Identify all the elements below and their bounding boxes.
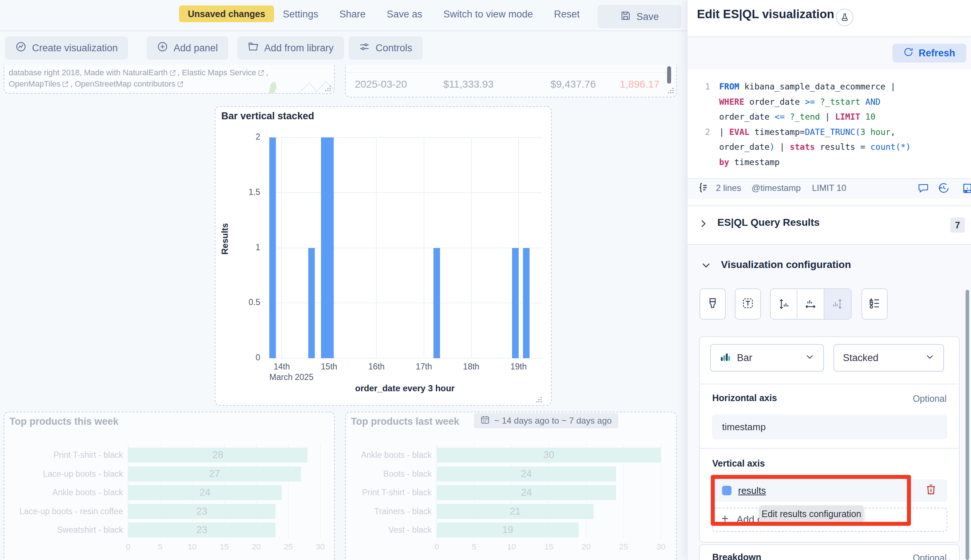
code-token: DATE_TRUNC [805,127,855,137]
map-attribution-link[interactable]: , Elastic Maps Service [177,68,256,77]
external-link-icon[interactable] [168,68,177,77]
add-from-library-button[interactable]: Add from library [237,37,344,60]
settings-button[interactable]: Settings [283,9,318,20]
code-token: >= [805,97,815,107]
viz-config-accordion[interactable]: Visualization configuration [721,259,851,270]
chart-type-select[interactable]: Bar [710,344,824,372]
bottom-axis-button[interactable] [797,289,824,319]
editor-code-line[interactable]: order_date <= ?_tend | LIMIT 10 [719,110,938,125]
kibana-dashboard-edit: { "colors": { "accent_blue": "#1b64dd", … [0,0,971,560]
edit-esql-flyout: Edit ES|QL visualization Refresh 12 FROM… [687,0,971,560]
map-attribution-link[interactable]: , OpenStreetMap contributors [70,79,175,88]
chevron-down-icon[interactable] [700,260,712,272]
code-token: LIMIT [835,112,861,122]
y-axis-title: Results [220,240,230,255]
add-panel-button[interactable]: Add panel [147,37,228,60]
bar-segment[interactable] [308,248,315,358]
vertical-axis-field-row[interactable]: results [712,479,948,502]
share-button[interactable]: Share [339,9,366,20]
trash-icon[interactable] [925,483,937,498]
text-box-icon [742,297,754,311]
controls-button[interactable]: Controls [349,37,423,60]
text-labels-button[interactable] [735,288,761,320]
plus-icon [720,513,730,526]
code-token: | [820,112,835,122]
esql-icon [697,182,709,195]
create-visualization-button[interactable]: Create visualization [5,37,128,60]
editor-code-line[interactable]: | EVAL timestamp=DATE_TRUNC(3 hour, [719,125,938,140]
series-color-swatch[interactable] [722,486,732,495]
editor-line-number [697,155,710,170]
horizontal-axis-label: Horizontal axis [712,393,777,403]
bar-segment[interactable] [433,248,440,358]
x-gridline [281,137,282,358]
code-token: results = [815,142,870,152]
tech-preview-beaker-icon[interactable] [836,9,854,26]
footer-divider [687,205,971,206]
code-token: order_date [744,97,805,107]
last-week-time-badge[interactable]: ~ 14 days ago to ~ 7 days ago [474,413,618,428]
save-button[interactable]: Save [598,5,681,28]
query-history-icon[interactable] [938,182,949,195]
editor-code[interactable]: FROM kibana_sample_data_ecommerce |WHERE… [719,79,938,170]
x-gridline [471,137,472,358]
chart-resize-handle[interactable] [536,397,542,404]
left-axis-button[interactable] [771,289,797,319]
switch-view-mode-button[interactable]: Switch to view mode [443,9,533,20]
plus-circle-icon [157,41,168,55]
top-week-title: Top products this week [10,416,119,427]
last-week-panel[interactable] [345,412,677,560]
bar-segment[interactable] [321,137,328,358]
editor-code-line[interactable]: by timestamp [719,155,938,170]
code-token: timestamp= [749,127,805,137]
x-tick-label: 16th [354,362,398,372]
editor-line-number [697,140,710,155]
flyout-scrollbar[interactable] [966,290,969,560]
editor-limit[interactable]: LIMIT 10 [812,183,846,193]
save-as-button[interactable]: Save as [387,9,423,20]
y-tick-label: 1.5 [237,187,260,197]
external-link-icon[interactable] [175,79,185,88]
map-attribution-link[interactable]: OpenMapTiles [9,79,60,88]
calendar-icon [480,415,490,427]
feedback-icon[interactable] [918,182,929,195]
code-token: <= [774,112,785,122]
legend-button[interactable] [861,288,887,320]
code-token: ) [769,142,774,152]
x-tick-label: 17th [402,362,446,372]
left-axis-icon [778,298,790,310]
code-token: stats [790,142,815,152]
editor-code-line[interactable]: FROM kibana_sample_data_ecommerce | [719,79,938,95]
stack-mode-select[interactable]: Stacked [834,344,944,372]
editor-timestamp-field[interactable]: @timestamp [752,183,801,193]
bar-segment[interactable] [269,137,276,358]
right-axis-button-selected[interactable] [824,289,851,319]
controls-label: Controls [376,43,412,54]
code-token: by [719,157,729,167]
reset-button[interactable]: Reset [554,9,580,20]
horizontal-axis-field[interactable]: timestamp [712,415,948,439]
table-row-divider [346,72,666,73]
table-resize-handle[interactable] [667,87,674,95]
bar-segment[interactable] [523,248,530,358]
external-link-icon[interactable] [60,79,70,88]
y-gridline [267,192,542,193]
x-gridline [424,137,424,358]
table-scrollbar[interactable] [667,66,671,83]
bar-segment[interactable] [327,137,334,358]
top-week-panel[interactable] [3,412,335,560]
external-link-icon[interactable] [256,68,266,77]
map-resize-handle[interactable] [325,85,331,93]
edit-results-tooltip-text: Edit results configuration [762,509,861,519]
vertical-axis-value-link[interactable]: results [738,485,766,497]
add-from-library-label: Add from library [264,43,334,54]
chevron-right-icon[interactable] [698,218,709,230]
bar-segment[interactable] [512,248,519,358]
editor-code-line[interactable]: WHERE order_date >= ?_tstart AND [719,95,938,110]
refresh-button[interactable]: Refresh [892,43,966,63]
editor-code-line[interactable]: order_date) | stats results = count(*) [719,140,938,155]
style-brush-button[interactable] [700,288,726,320]
docs-reference-icon[interactable] [961,182,971,196]
query-results-accordion[interactable]: ES|QL Query Results [717,217,820,228]
code-token: | [774,142,790,152]
